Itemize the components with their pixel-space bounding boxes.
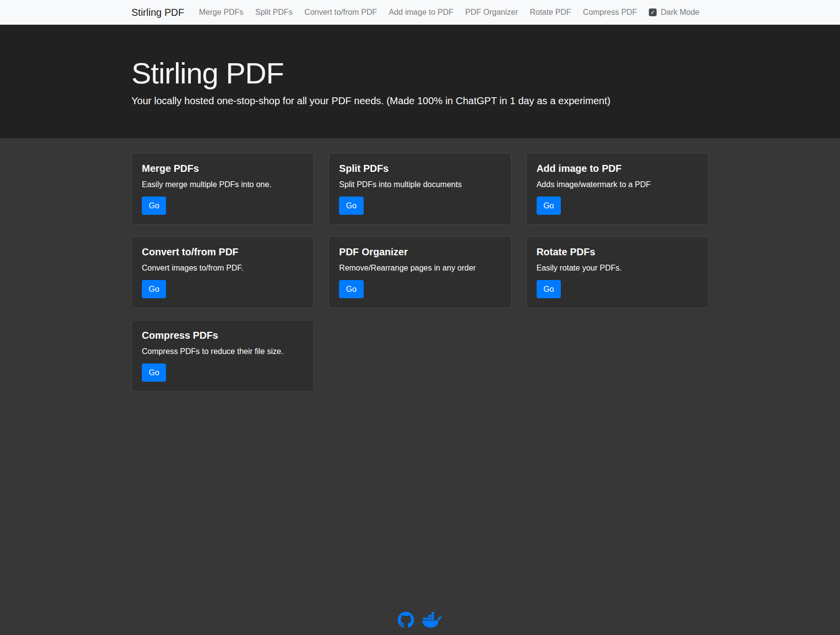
- card-title: Split PDFs: [339, 163, 501, 174]
- card-description: Compress PDFs to reduce their file size.: [142, 347, 303, 356]
- nav-link-merge-pdfs[interactable]: Merge PDFs: [193, 8, 250, 17]
- dark-mode-toggle[interactable]: ✓ Dark Mode: [649, 8, 699, 17]
- card-merge-pdfs: Merge PDFs Easily merge multiple PDFs in…: [131, 153, 314, 225]
- card-rotate-pdfs: Rotate PDFs Easily rotate your PDFs. Go: [526, 237, 709, 308]
- dark-mode-label: Dark Mode: [661, 8, 699, 17]
- page-subtitle: Your locally hosted one-stop-shop for al…: [131, 95, 709, 107]
- card-title: Convert to/from PDF: [142, 246, 303, 258]
- card-title: PDF Organizer: [339, 246, 501, 258]
- card-add-image-to-pdf: Add image to PDF Adds image/watermark to…: [526, 153, 709, 225]
- page-title: Stirling PDF: [131, 56, 709, 90]
- github-icon[interactable]: [398, 612, 414, 628]
- card-title: Rotate PDFs: [537, 246, 698, 258]
- nav-link-convert-pdf[interactable]: Convert to/from PDF: [298, 8, 383, 17]
- feature-card-grid: Merge PDFs Easily merge multiple PDFs in…: [131, 153, 709, 392]
- go-button-rotate-pdfs[interactable]: Go: [537, 280, 561, 298]
- nav-link-split-pdfs[interactable]: Split PDFs: [250, 8, 299, 17]
- checkmark-icon: ✓: [650, 9, 655, 15]
- nav-link-rotate-pdf[interactable]: Rotate PDF: [524, 8, 577, 17]
- card-description: Easily rotate your PDFs.: [537, 264, 698, 273]
- nav-links: Merge PDFs Split PDFs Convert to/from PD…: [193, 8, 700, 17]
- go-button-add-image-to-pdf[interactable]: Go: [537, 197, 561, 215]
- card-pdf-organizer: PDF Organizer Remove/Rearrange pages in …: [329, 237, 511, 308]
- go-button-split-pdfs[interactable]: Go: [339, 197, 363, 215]
- card-description: Split PDFs into multiple documents: [339, 180, 501, 189]
- nav-link-compress-pdf[interactable]: Compress PDF: [577, 8, 643, 17]
- nav-link-add-image[interactable]: Add image to PDF: [383, 8, 460, 17]
- card-convert-pdf: Convert to/from PDF Convert images to/fr…: [131, 237, 314, 308]
- card-split-pdfs: Split PDFs Split PDFs into multiple docu…: [329, 153, 511, 225]
- card-description: Adds image/watermark to a PDF: [537, 180, 698, 189]
- dark-mode-checkbox[interactable]: ✓: [649, 8, 657, 16]
- card-description: Easily merge multiple PDFs into one.: [142, 180, 303, 189]
- go-button-compress-pdfs[interactable]: Go: [142, 363, 166, 382]
- main-content: Merge PDFs Easily merge multiple PDFs in…: [0, 138, 840, 612]
- footer: [0, 612, 840, 635]
- navbar: Stirling PDF Merge PDFs Split PDFs Conve…: [0, 0, 840, 25]
- card-compress-pdfs: Compress PDFs Compress PDFs to reduce th…: [131, 320, 314, 392]
- card-description: Convert images to/from PDF.: [142, 264, 303, 273]
- nav-link-pdf-organizer[interactable]: PDF Organizer: [460, 8, 524, 17]
- card-title: Compress PDFs: [142, 330, 303, 341]
- docker-icon[interactable]: [421, 612, 442, 628]
- navbar-brand[interactable]: Stirling PDF: [131, 7, 184, 18]
- card-title: Merge PDFs: [142, 163, 303, 174]
- go-button-merge-pdfs[interactable]: Go: [142, 197, 166, 215]
- go-button-pdf-organizer[interactable]: Go: [339, 280, 363, 298]
- go-button-convert-pdf[interactable]: Go: [142, 280, 166, 298]
- card-description: Remove/Rearrange pages in any order: [339, 264, 501, 273]
- card-title: Add image to PDF: [537, 163, 698, 174]
- hero-banner: Stirling PDF Your locally hosted one-sto…: [0, 25, 840, 138]
